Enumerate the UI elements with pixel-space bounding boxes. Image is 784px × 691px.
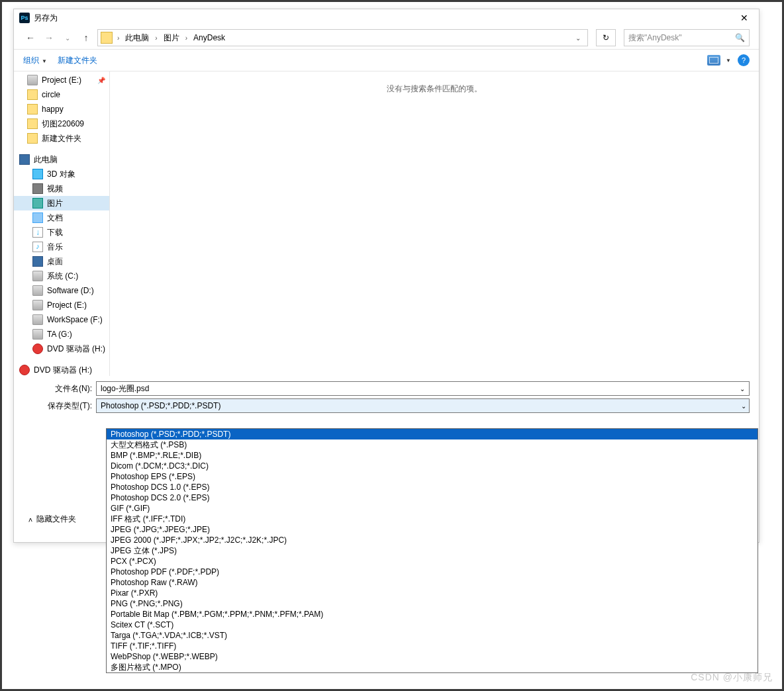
format-option[interactable]: Scitex CT (*.SCT) (107, 620, 758, 630)
format-option[interactable]: Dicom (*.DCM;*.DC3;*.DIC) (107, 461, 758, 471)
organize-button[interactable]: 组织▼ (23, 55, 47, 66)
tree-item[interactable]: circle (14, 87, 109, 102)
tree-item[interactable]: 文档 (14, 210, 109, 225)
format-option[interactable]: 多图片格式 (*.MPO) (107, 662, 758, 672)
tree-item[interactable]: 切图220609 (14, 116, 109, 131)
format-option[interactable]: TIFF (*.TIF;*.TIFF) (107, 641, 758, 651)
watermark: CSDN @小康师兄 (691, 672, 773, 684)
format-option[interactable]: IFF 格式 (*.IFF;*.TDI) (107, 514, 758, 524)
format-option[interactable]: BMP (*.BMP;*.RLE;*.DIB) (107, 450, 758, 461)
tree-item[interactable]: TA (G:) (14, 327, 109, 342)
tree-item-label: 文档 (47, 212, 63, 224)
recent-locations-button[interactable]: ⌄ (60, 34, 75, 42)
format-option[interactable]: Photoshop Raw (*.RAW) (107, 577, 758, 588)
format-option[interactable]: Photoshop PDF (*.PDF;*.PDP) (107, 567, 758, 577)
pc-icon (19, 154, 30, 165)
tree-item[interactable]: DVD 驱动器 (H:) (14, 342, 109, 356)
filename-input[interactable]: logo-光圈.psd⌄ (96, 381, 750, 396)
tree-item-label: Project (E:) (47, 300, 87, 310)
chevron-right-icon[interactable]: › (115, 34, 121, 42)
new-folder-button[interactable]: 新建文件夹 (58, 55, 97, 66)
format-option[interactable]: GIF (*.GIF) (107, 503, 758, 514)
tree-item-label: 图片 (47, 198, 63, 209)
address-bar[interactable]: › 此电脑 › 图片 › AnyDesk ⌄ (97, 29, 588, 46)
dl-icon: ↓ (32, 227, 43, 238)
format-option[interactable]: Photoshop DCS 2.0 (*.EPS) (107, 492, 758, 503)
tree-item[interactable]: Software (D:) (14, 283, 109, 298)
drive-icon (32, 300, 43, 310)
chevron-down-icon: ⌄ (741, 402, 746, 410)
tree-item-label: DVD 驱动器 (H:) (47, 344, 105, 355)
file-list: 没有与搜索条件匹配的项。 (110, 71, 759, 376)
tree-item[interactable]: Project (E:) (14, 298, 109, 312)
drive-icon (32, 329, 43, 340)
drive-icon (32, 314, 43, 325)
tree-item-label: 系统 (C:) (47, 271, 78, 282)
chevron-up-icon: ʌ (28, 516, 32, 523)
drive-icon (32, 271, 43, 281)
search-input[interactable]: 搜索"AnyDesk" 🔍 (624, 29, 750, 46)
chevron-right-icon[interactable]: › (153, 34, 159, 42)
nav-tree: Project (E:)📌circlehappy切图220609新建文件夹 此电… (14, 71, 110, 376)
format-option[interactable]: WebPShop (*.WEBP;*.WEBP) (107, 651, 758, 662)
tree-item-label: 切图220609 (42, 118, 84, 130)
empty-message: 没有与搜索条件匹配的项。 (387, 83, 482, 376)
format-option[interactable]: JPEG 立体 (*.JPS) (107, 545, 758, 556)
titlebar: Ps 另存为 ✕ (14, 9, 759, 26)
tree-item-label: 3D 对象 (47, 169, 75, 180)
tree-item-label: TA (G:) (47, 330, 72, 339)
help-button[interactable]: ? (738, 54, 750, 66)
up-button[interactable]: ↑ (79, 32, 93, 43)
breadcrumb-item[interactable]: 图片 (162, 32, 181, 44)
chevron-down-icon[interactable]: ⌄ (740, 385, 745, 392)
refresh-button[interactable]: ↻ (596, 29, 616, 46)
tree-item[interactable]: 视频 (14, 181, 109, 196)
tree-item[interactable]: Project (E:)📌 (14, 73, 109, 87)
format-option[interactable]: JPEG (*.JPG;*.JPEG;*.JPE) (107, 524, 758, 535)
format-option[interactable]: Portable Bit Map (*.PBM;*.PGM;*.PPM;*.PN… (107, 609, 758, 620)
drive-icon (32, 285, 43, 296)
pic-icon (32, 198, 43, 208)
tree-item[interactable]: 图片 (14, 196, 109, 210)
format-option[interactable]: Photoshop DCS 1.0 (*.EPS) (107, 482, 758, 492)
format-option[interactable]: Targa (*.TGA;*.VDA;*.ICB;*.VST) (107, 630, 758, 641)
format-option[interactable]: Photoshop EPS (*.EPS) (107, 471, 758, 482)
format-option[interactable]: 大型文档格式 (*.PSB) (107, 439, 758, 450)
tree-item[interactable]: happy (14, 102, 109, 116)
tree-item-label: Software (D:) (47, 286, 94, 295)
close-button[interactable]: ✕ (730, 9, 759, 26)
format-option[interactable]: Pixar (*.PXR) (107, 588, 758, 598)
chevron-right-icon[interactable]: › (183, 34, 189, 42)
format-option[interactable]: PCX (*.PCX) (107, 556, 758, 567)
breadcrumb-item[interactable]: AnyDesk (192, 33, 226, 42)
format-option[interactable]: Photoshop (*.PSD;*.PDD;*.PSDT) (107, 429, 758, 439)
folder-icon (101, 32, 113, 44)
tree-item[interactable]: 桌面 (14, 254, 109, 269)
tree-item[interactable]: 3D 对象 (14, 167, 109, 181)
breadcrumb-item[interactable]: 此电脑 (124, 32, 150, 44)
tree-item-label: WorkSpace (F:) (47, 315, 103, 324)
tree-item[interactable]: 新建文件夹 (14, 131, 109, 146)
tree-item[interactable]: DVD 驱动器 (H:) (14, 363, 109, 376)
savetype-select[interactable]: Photoshop (*.PSD;*.PDD;*.PSDT) ⌄ (96, 398, 750, 413)
vid-icon (32, 183, 43, 194)
chevron-down-icon[interactable]: ⌄ (575, 34, 581, 42)
format-option[interactable]: PNG (*.PNG;*.PNG) (107, 598, 758, 609)
filename-label: 文件名(N): (23, 383, 96, 394)
format-option[interactable]: JPEG 2000 (*.JPF;*.JPX;*.JP2;*.J2C;*.J2K… (107, 535, 758, 545)
savetype-dropdown: Photoshop (*.PSD;*.PDD;*.PSDT)大型文档格式 (*.… (106, 428, 758, 673)
back-button[interactable]: ← (23, 32, 38, 43)
tree-item-label: 音乐 (47, 242, 63, 253)
tree-this-pc[interactable]: 此电脑 (14, 152, 109, 167)
tree-item[interactable]: 系统 (C:) (14, 269, 109, 283)
forward-button[interactable]: → (42, 32, 56, 43)
tree-item[interactable]: ↓下载 (14, 225, 109, 240)
nav-row: ← → ⌄ ↑ › 此电脑 › 图片 › AnyDesk ⌄ ↻ 搜索"AnyD… (14, 26, 759, 49)
view-options-button[interactable]: ▼ (707, 55, 731, 66)
doc-icon (32, 212, 43, 223)
toolbar: 组织▼ 新建文件夹 ▼ ? (14, 49, 759, 71)
tree-item-label: 下载 (47, 227, 63, 238)
tree-item[interactable]: WorkSpace (F:) (14, 312, 109, 327)
folder-icon (27, 118, 38, 129)
tree-item[interactable]: ♪音乐 (14, 240, 109, 254)
